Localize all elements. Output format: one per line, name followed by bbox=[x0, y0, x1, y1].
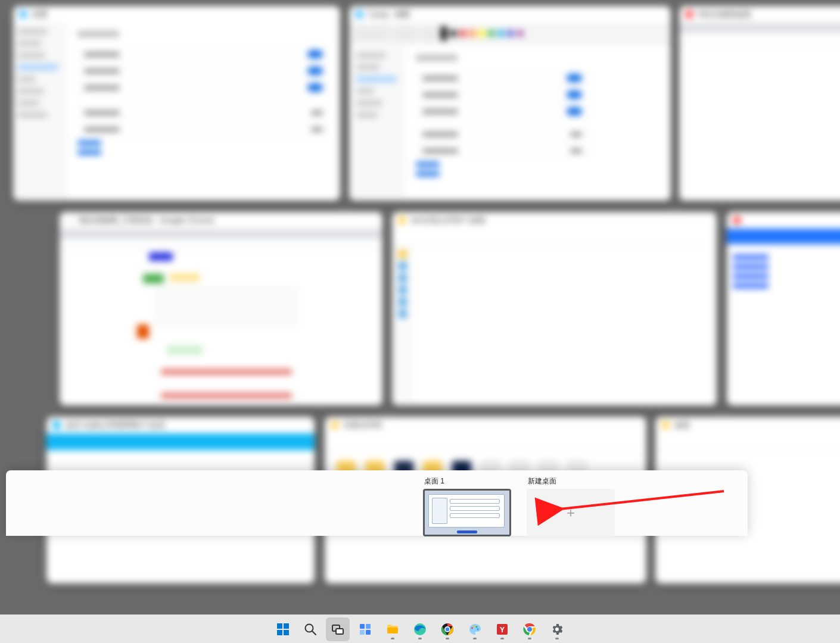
blur-strip bbox=[0, 537, 840, 614]
folder-icon bbox=[385, 622, 400, 636]
virtual-desktop-thumbnail[interactable] bbox=[423, 489, 511, 536]
svg-text:Y: Y bbox=[500, 626, 505, 634]
paint-ribbon bbox=[349, 23, 671, 44]
file-explorer-button[interactable] bbox=[381, 617, 405, 641]
window-title: win10怎么开多个桌面 bbox=[411, 215, 486, 226]
widgets-icon bbox=[358, 622, 372, 636]
edge-icon bbox=[413, 622, 427, 636]
plus-icon: ＋ bbox=[564, 506, 577, 519]
chrome-icon bbox=[66, 216, 74, 224]
chrome-icon bbox=[685, 10, 693, 18]
svg-rect-13 bbox=[387, 628, 398, 633]
task-view-button[interactable] bbox=[326, 617, 350, 641]
svg-point-20 bbox=[476, 626, 478, 628]
svg-rect-3 bbox=[277, 630, 282, 635]
svg-rect-12 bbox=[366, 630, 371, 635]
virtual-desktop-new-label: 新建桌面 bbox=[528, 476, 615, 486]
taskbar: Y bbox=[0, 614, 840, 643]
svg-point-19 bbox=[474, 625, 475, 627]
app-icon bbox=[733, 216, 741, 224]
svg-point-18 bbox=[471, 627, 473, 629]
task-view-icon bbox=[331, 622, 345, 636]
gear-icon bbox=[550, 622, 564, 636]
window-title: Win10虚拟桌面 bbox=[698, 9, 751, 20]
svg-point-25 bbox=[527, 627, 532, 632]
settings-content bbox=[67, 23, 340, 163]
settings-sidebar bbox=[13, 23, 67, 201]
window-title: 任务文件夹 bbox=[344, 420, 382, 430]
edge-button[interactable] bbox=[408, 617, 432, 641]
svg-rect-11 bbox=[360, 630, 365, 635]
svg-point-17 bbox=[446, 627, 449, 630]
window-title: 3.png - 画图 bbox=[368, 9, 410, 20]
virtual-desktops-bar: 桌面 1 新建桌面 ＋ bbox=[6, 470, 748, 536]
folder-icon bbox=[398, 216, 406, 224]
svg-rect-10 bbox=[366, 624, 371, 629]
qq-icon bbox=[52, 421, 61, 429]
virtual-desktop-new[interactable]: 新建桌面 ＋ bbox=[527, 476, 615, 536]
palette-icon bbox=[468, 622, 482, 636]
chrome-canary-icon bbox=[440, 622, 455, 636]
svg-point-21 bbox=[477, 628, 479, 630]
taskview-window-explorer1[interactable]: win10怎么开多个桌面 bbox=[392, 212, 717, 405]
taskview-window-chrome[interactable]: 现在准备网_只需动动 - Google Chrome bbox=[60, 212, 382, 405]
taskview-window-settings[interactable]: 设置 bbox=[13, 6, 340, 201]
paint-button[interactable] bbox=[463, 617, 487, 641]
taskview-window-paint[interactable]: 3.png - 画图 bbox=[349, 6, 671, 201]
svg-rect-1 bbox=[277, 623, 282, 629]
taskview-window-partial[interactable] bbox=[727, 212, 840, 405]
folder-icon bbox=[661, 421, 670, 429]
search-button[interactable] bbox=[298, 617, 322, 641]
window-title: 设置 bbox=[32, 9, 48, 20]
svg-rect-2 bbox=[284, 623, 289, 629]
chrome-icon bbox=[522, 622, 537, 636]
start-button[interactable] bbox=[271, 617, 295, 641]
yinxiang-button[interactable]: Y bbox=[490, 617, 514, 641]
paint-icon bbox=[355, 10, 363, 18]
chrome-canary-button[interactable] bbox=[435, 617, 459, 641]
windows-icon bbox=[276, 622, 290, 636]
widgets-button[interactable] bbox=[353, 617, 377, 641]
window-title: 会话 头条公开推荐第2个会员 bbox=[66, 420, 165, 430]
yinxiang-icon: Y bbox=[495, 622, 509, 636]
folder-icon bbox=[331, 421, 339, 429]
new-desktop-button[interactable]: ＋ bbox=[527, 489, 615, 536]
taskview-window-chromeext[interactable]: Win10虚拟桌面 bbox=[679, 6, 840, 201]
svg-rect-4 bbox=[284, 630, 289, 635]
virtual-desktop-label: 桌面 1 bbox=[424, 476, 511, 486]
svg-rect-8 bbox=[336, 629, 343, 634]
window-title: 桌面 bbox=[674, 420, 690, 430]
settings-icon bbox=[19, 10, 27, 18]
chrome-button[interactable] bbox=[518, 617, 542, 641]
svg-line-6 bbox=[312, 631, 316, 635]
settings-button[interactable] bbox=[545, 617, 569, 641]
window-title: 现在准备网_只需动动 - Google Chrome bbox=[79, 215, 214, 226]
virtual-desktop-current[interactable]: 桌面 1 bbox=[423, 476, 511, 536]
svg-point-26 bbox=[555, 628, 559, 631]
svg-rect-9 bbox=[360, 624, 365, 629]
search-icon bbox=[303, 622, 318, 636]
